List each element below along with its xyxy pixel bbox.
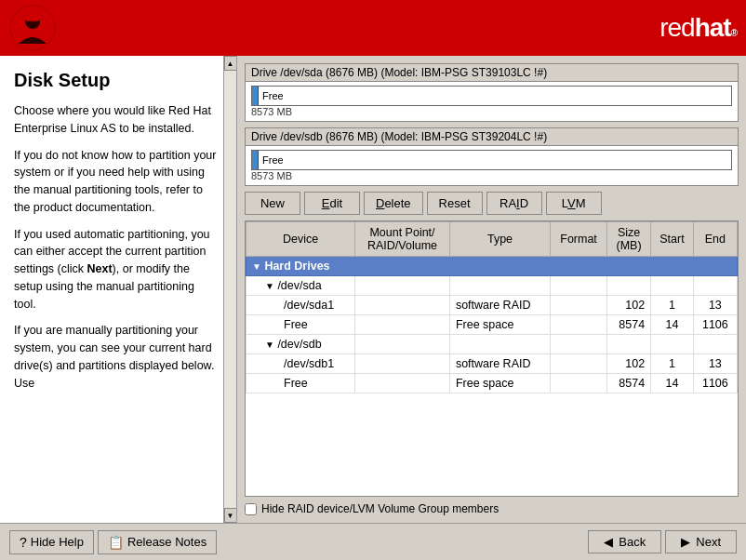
- hide-raid-label: Hide RAID device/LVM Volume Group member…: [261, 502, 499, 515]
- col-mount: Mount Point/RAID/Volume: [355, 222, 450, 257]
- redhat-logo-wrap: [9, 5, 56, 51]
- drive-sdb-box: Drive /dev/sdb (8676 MB) (Model: IBM-PSG…: [245, 127, 739, 186]
- scroll-down-btn[interactable]: ▼: [224, 508, 237, 523]
- drive-sda-free-label: Free: [259, 87, 731, 105]
- delete-button[interactable]: Delete: [364, 192, 423, 215]
- footer: ? Hide Help 📋 Release Notes ◀ Back ▶ Nex…: [0, 523, 746, 560]
- sda-free-device: Free: [246, 315, 355, 335]
- next-button[interactable]: ▶ Next: [665, 530, 737, 553]
- notes-icon: 📋: [108, 535, 124, 550]
- drive-sda-used-bar: [252, 87, 259, 105]
- sda-free-type: Free space: [449, 315, 550, 335]
- sda1-device: /dev/sda1: [246, 296, 355, 315]
- scroll-up-btn[interactable]: ▲: [224, 56, 237, 71]
- sdb-mount: [355, 335, 450, 354]
- table-row[interactable]: ▼ /dev/sda: [246, 276, 738, 296]
- partition-table: Device Mount Point/RAID/Volume Type Form…: [246, 221, 738, 393]
- table-row[interactable]: Free Free space 8574 14 1106: [246, 315, 738, 335]
- left-panel: Disk Setup Choose where you would like R…: [0, 56, 237, 523]
- sda-free-format: [551, 315, 607, 335]
- sda-format: [551, 276, 607, 296]
- help-icon: ?: [20, 535, 27, 550]
- desc-para-4: If you are manually partitioning your sy…: [14, 322, 218, 392]
- sda-size: [606, 276, 650, 296]
- col-format: Format: [551, 222, 607, 257]
- page-title: Disk Setup: [14, 70, 218, 91]
- col-end: End: [693, 222, 737, 257]
- sda1-mount: [355, 296, 450, 315]
- sdb-free-type: Free space: [449, 374, 550, 393]
- drive-sda-label: Drive /dev/sda (8676 MB) (Model: IBM-PSG…: [246, 64, 738, 82]
- partition-table-wrap: Device Mount Point/RAID/Volume Type Form…: [245, 220, 739, 497]
- drive-sda-box: Drive /dev/sda (8676 MB) (Model: IBM-PSG…: [245, 63, 739, 122]
- scroll-track: [224, 71, 236, 508]
- sdb-type: [449, 335, 550, 354]
- hide-raid-checkbox[interactable]: [245, 503, 257, 515]
- sda1-format: [551, 296, 607, 315]
- back-button[interactable]: ◀ Back: [588, 530, 661, 553]
- edit-button[interactable]: Edit: [304, 192, 360, 215]
- release-notes-button[interactable]: 📋 Release Notes: [98, 530, 217, 554]
- sda-end: [693, 276, 737, 296]
- table-header: Device Mount Point/RAID/Volume Type Form…: [246, 222, 738, 257]
- table-row[interactable]: Free Free space 8574 14 1106: [246, 374, 738, 393]
- sdb-end: [693, 335, 737, 354]
- sda-start: [651, 276, 694, 296]
- sdb-format: [551, 335, 607, 354]
- sda1-start: 1: [651, 296, 694, 315]
- sdb-device: ▼ /dev/sdb: [246, 335, 355, 354]
- sda1-end: 13: [693, 296, 737, 315]
- sdb-free-format: [551, 374, 607, 393]
- hide-help-button[interactable]: ? Hide Help: [9, 530, 94, 554]
- sdb1-format: [551, 354, 607, 374]
- sda-expand-icon: ▼: [265, 281, 274, 291]
- reset-button[interactable]: Reset: [427, 192, 483, 215]
- next-arrow-icon: ▶: [681, 535, 690, 549]
- sda1-size: 102: [606, 296, 650, 315]
- table-row[interactable]: ▼ /dev/sdb: [246, 335, 738, 354]
- col-device: Device: [246, 222, 355, 257]
- next-bold: Next: [87, 262, 113, 275]
- sda1-type: software RAID: [449, 296, 550, 315]
- sdb1-mount: [355, 354, 450, 374]
- sdb-start: [651, 335, 694, 354]
- col-size: Size(MB): [606, 222, 650, 257]
- sda-free-size: 8574: [606, 315, 650, 335]
- sdb1-end: 13: [693, 354, 737, 374]
- back-arrow-icon: ◀: [604, 535, 613, 549]
- sdb-free-size: 8574: [606, 374, 650, 393]
- main-layout: Disk Setup Choose where you would like R…: [0, 56, 746, 523]
- sdb-free-end: 1106: [693, 374, 737, 393]
- sdb-free-start: 14: [651, 374, 694, 393]
- col-type: Type: [449, 222, 550, 257]
- partition-toolbar: New Edit Delete Reset RAID LVM: [245, 192, 739, 215]
- sdb1-size: 102: [606, 354, 650, 374]
- table-row[interactable]: /dev/sda1 software RAID 102 1 13: [246, 296, 738, 315]
- drive-sdb-size: 8573 MB: [251, 170, 732, 181]
- drive-sdb-label: Drive /dev/sdb (8676 MB) (Model: IBM-PSG…: [246, 128, 738, 146]
- sdb-expand-icon: ▼: [265, 340, 274, 350]
- sdb1-start: 1: [651, 354, 694, 374]
- lvm-button[interactable]: LVM: [546, 192, 602, 215]
- brand-text: redhat®: [659, 13, 737, 43]
- table-row[interactable]: /dev/sdb1 software RAID 102 1 13: [246, 354, 738, 374]
- raid-button[interactable]: RAID: [486, 192, 542, 215]
- hard-drives-section: ▼ Hard Drives: [246, 257, 738, 276]
- sdb-free-device: Free: [246, 374, 355, 393]
- new-button[interactable]: New: [245, 192, 300, 215]
- drive-sdb-bar: Free 8573 MB: [246, 146, 738, 185]
- sdb1-device: /dev/sdb1: [246, 354, 355, 374]
- col-start: Start: [651, 222, 694, 257]
- drive-sdb-free-label: Free: [259, 151, 731, 169]
- desc-para-3: If you used automatic partitioning, you …: [14, 226, 218, 313]
- hide-raid-checkbox-row: Hide RAID device/LVM Volume Group member…: [245, 502, 739, 515]
- svg-rect-3: [26, 10, 39, 20]
- drive-sda-size: 8573 MB: [251, 106, 732, 117]
- drive-sda-bar: Free 8573 MB: [246, 82, 738, 121]
- sdb-free-mount: [355, 374, 450, 393]
- drive-sdb-used-bar: [252, 151, 259, 169]
- sda-free-mount: [355, 315, 450, 335]
- sda-device: ▼ /dev/sda: [246, 276, 355, 296]
- table-body: ▼ Hard Drives ▼ /dev/sda: [246, 257, 738, 393]
- desc-para-1: Choose where you would like Red Hat Ente…: [14, 102, 218, 138]
